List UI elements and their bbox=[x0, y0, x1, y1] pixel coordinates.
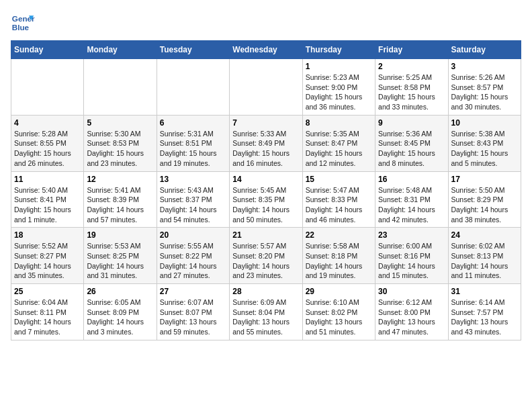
day-info: Sunrise: 6:00 AM Sunset: 8:16 PM Dayligh… bbox=[378, 241, 445, 281]
day-number: 30 bbox=[378, 287, 445, 296]
day-number: 7 bbox=[232, 118, 299, 128]
calendar-cell: 15Sunrise: 5:47 AM Sunset: 8:33 PM Dayli… bbox=[302, 171, 375, 228]
day-info: Sunrise: 5:38 AM Sunset: 8:43 PM Dayligh… bbox=[451, 129, 518, 169]
day-info: Sunrise: 5:23 AM Sunset: 9:00 PM Dayligh… bbox=[306, 73, 372, 112]
day-number: 10 bbox=[451, 118, 518, 128]
day-number: 27 bbox=[160, 287, 226, 296]
day-number: 5 bbox=[87, 118, 153, 128]
day-number: 24 bbox=[451, 230, 518, 240]
day-number: 12 bbox=[87, 175, 153, 184]
weekday-header-monday: Monday bbox=[84, 41, 157, 59]
day-info: Sunrise: 5:58 AM Sunset: 8:18 PM Dayligh… bbox=[306, 241, 372, 281]
day-info: Sunrise: 5:47 AM Sunset: 8:33 PM Dayligh… bbox=[306, 185, 372, 225]
day-info: Sunrise: 5:40 AM Sunset: 8:41 PM Dayligh… bbox=[14, 185, 81, 225]
day-info: Sunrise: 5:52 AM Sunset: 8:27 PM Dayligh… bbox=[14, 241, 81, 281]
calendar-cell: 19Sunrise: 5:53 AM Sunset: 8:25 PM Dayli… bbox=[84, 228, 157, 284]
day-info: Sunrise: 6:09 AM Sunset: 8:04 PM Dayligh… bbox=[232, 298, 299, 337]
day-number: 23 bbox=[378, 230, 445, 240]
day-info: Sunrise: 5:48 AM Sunset: 8:31 PM Dayligh… bbox=[378, 185, 445, 225]
calendar-cell: 22Sunrise: 5:58 AM Sunset: 8:18 PM Dayli… bbox=[302, 228, 375, 284]
calendar-cell: 29Sunrise: 6:10 AM Sunset: 8:02 PM Dayli… bbox=[302, 284, 375, 340]
day-info: Sunrise: 5:28 AM Sunset: 8:55 PM Dayligh… bbox=[14, 129, 81, 169]
day-info: Sunrise: 6:02 AM Sunset: 8:13 PM Dayligh… bbox=[451, 241, 518, 281]
calendar-cell: 4Sunrise: 5:28 AM Sunset: 8:55 PM Daylig… bbox=[11, 115, 84, 171]
calendar-cell: 18Sunrise: 5:52 AM Sunset: 8:27 PM Dayli… bbox=[11, 228, 84, 284]
logo: General Blue bbox=[11, 11, 35, 35]
calendar-cell: 1Sunrise: 5:23 AM Sunset: 9:00 PM Daylig… bbox=[302, 59, 375, 116]
day-info: Sunrise: 5:45 AM Sunset: 8:35 PM Dayligh… bbox=[232, 185, 299, 225]
calendar-cell: 28Sunrise: 6:09 AM Sunset: 8:04 PM Dayli… bbox=[230, 284, 302, 340]
day-number: 4 bbox=[14, 118, 81, 128]
day-number: 3 bbox=[451, 62, 518, 71]
day-info: Sunrise: 6:07 AM Sunset: 8:07 PM Dayligh… bbox=[160, 298, 226, 337]
weekday-header-thursday: Thursday bbox=[302, 41, 375, 59]
day-number: 15 bbox=[306, 175, 372, 184]
day-number: 17 bbox=[451, 175, 518, 184]
day-info: Sunrise: 5:33 AM Sunset: 8:49 PM Dayligh… bbox=[232, 129, 299, 169]
day-number: 26 bbox=[87, 287, 153, 296]
day-info: Sunrise: 6:14 AM Sunset: 7:57 PM Dayligh… bbox=[451, 298, 518, 337]
day-info: Sunrise: 6:10 AM Sunset: 8:02 PM Dayligh… bbox=[306, 298, 372, 337]
calendar-cell: 12Sunrise: 5:41 AM Sunset: 8:39 PM Dayli… bbox=[84, 171, 157, 228]
calendar-cell bbox=[230, 59, 302, 116]
day-info: Sunrise: 5:50 AM Sunset: 8:29 PM Dayligh… bbox=[451, 185, 518, 225]
day-number: 29 bbox=[306, 287, 372, 296]
weekday-header-saturday: Saturday bbox=[448, 41, 521, 59]
calendar-cell: 21Sunrise: 5:57 AM Sunset: 8:20 PM Dayli… bbox=[230, 228, 302, 284]
day-info: Sunrise: 6:04 AM Sunset: 8:11 PM Dayligh… bbox=[14, 298, 81, 337]
calendar-cell: 8Sunrise: 5:35 AM Sunset: 8:47 PM Daylig… bbox=[302, 115, 375, 171]
day-number: 31 bbox=[451, 287, 518, 296]
day-info: Sunrise: 5:43 AM Sunset: 8:37 PM Dayligh… bbox=[160, 185, 226, 225]
calendar-cell: 11Sunrise: 5:40 AM Sunset: 8:41 PM Dayli… bbox=[11, 171, 84, 228]
day-info: Sunrise: 5:31 AM Sunset: 8:51 PM Dayligh… bbox=[160, 129, 226, 169]
calendar-cell: 27Sunrise: 6:07 AM Sunset: 8:07 PM Dayli… bbox=[157, 284, 229, 340]
calendar-cell: 17Sunrise: 5:50 AM Sunset: 8:29 PM Dayli… bbox=[448, 171, 521, 228]
day-number: 21 bbox=[232, 230, 299, 240]
calendar-table: SundayMondayTuesdayWednesdayThursdayFrid… bbox=[11, 40, 521, 340]
day-number: 28 bbox=[232, 287, 299, 296]
calendar-cell bbox=[11, 59, 84, 116]
weekday-header-sunday: Sunday bbox=[11, 41, 84, 59]
svg-text:Blue: Blue bbox=[12, 23, 30, 32]
day-number: 2 bbox=[378, 62, 445, 71]
weekday-header-wednesday: Wednesday bbox=[230, 41, 302, 59]
day-info: Sunrise: 5:25 AM Sunset: 8:58 PM Dayligh… bbox=[378, 73, 445, 112]
calendar-cell: 9Sunrise: 5:36 AM Sunset: 8:45 PM Daylig… bbox=[375, 115, 448, 171]
day-number: 13 bbox=[160, 175, 226, 184]
calendar-cell: 14Sunrise: 5:45 AM Sunset: 8:35 PM Dayli… bbox=[230, 171, 302, 228]
weekday-header-tuesday: Tuesday bbox=[157, 41, 229, 59]
calendar-cell: 2Sunrise: 5:25 AM Sunset: 8:58 PM Daylig… bbox=[375, 59, 448, 116]
day-number: 18 bbox=[14, 230, 81, 240]
day-number: 16 bbox=[378, 175, 445, 184]
day-number: 20 bbox=[160, 230, 226, 240]
day-info: Sunrise: 5:55 AM Sunset: 8:22 PM Dayligh… bbox=[160, 241, 226, 281]
day-info: Sunrise: 5:36 AM Sunset: 8:45 PM Dayligh… bbox=[378, 129, 445, 169]
day-number: 8 bbox=[306, 118, 372, 128]
calendar-cell: 23Sunrise: 6:00 AM Sunset: 8:16 PM Dayli… bbox=[375, 228, 448, 284]
weekday-header-friday: Friday bbox=[375, 41, 448, 59]
day-info: Sunrise: 5:30 AM Sunset: 8:53 PM Dayligh… bbox=[87, 129, 153, 169]
calendar-cell: 7Sunrise: 5:33 AM Sunset: 8:49 PM Daylig… bbox=[230, 115, 302, 171]
header: General Blue bbox=[11, 11, 521, 35]
day-number: 6 bbox=[160, 118, 226, 128]
calendar-cell: 13Sunrise: 5:43 AM Sunset: 8:37 PM Dayli… bbox=[157, 171, 229, 228]
day-number: 25 bbox=[14, 287, 81, 296]
calendar-cell: 25Sunrise: 6:04 AM Sunset: 8:11 PM Dayli… bbox=[11, 284, 84, 340]
calendar-cell: 3Sunrise: 5:26 AM Sunset: 8:57 PM Daylig… bbox=[448, 59, 521, 116]
calendar-cell: 30Sunrise: 6:12 AM Sunset: 8:00 PM Dayli… bbox=[375, 284, 448, 340]
day-number: 19 bbox=[87, 230, 153, 240]
calendar-cell bbox=[84, 59, 157, 116]
calendar-cell bbox=[157, 59, 229, 116]
calendar-cell: 16Sunrise: 5:48 AM Sunset: 8:31 PM Dayli… bbox=[375, 171, 448, 228]
day-info: Sunrise: 5:26 AM Sunset: 8:57 PM Dayligh… bbox=[451, 73, 518, 112]
day-number: 22 bbox=[306, 230, 372, 240]
day-info: Sunrise: 5:35 AM Sunset: 8:47 PM Dayligh… bbox=[306, 129, 372, 169]
calendar-cell: 24Sunrise: 6:02 AM Sunset: 8:13 PM Dayli… bbox=[448, 228, 521, 284]
day-number: 1 bbox=[306, 62, 372, 71]
calendar-cell: 5Sunrise: 5:30 AM Sunset: 8:53 PM Daylig… bbox=[84, 115, 157, 171]
calendar-cell: 6Sunrise: 5:31 AM Sunset: 8:51 PM Daylig… bbox=[157, 115, 229, 171]
calendar-cell: 10Sunrise: 5:38 AM Sunset: 8:43 PM Dayli… bbox=[448, 115, 521, 171]
calendar-cell: 20Sunrise: 5:55 AM Sunset: 8:22 PM Dayli… bbox=[157, 228, 229, 284]
day-number: 9 bbox=[378, 118, 445, 128]
day-info: Sunrise: 5:41 AM Sunset: 8:39 PM Dayligh… bbox=[87, 185, 153, 225]
